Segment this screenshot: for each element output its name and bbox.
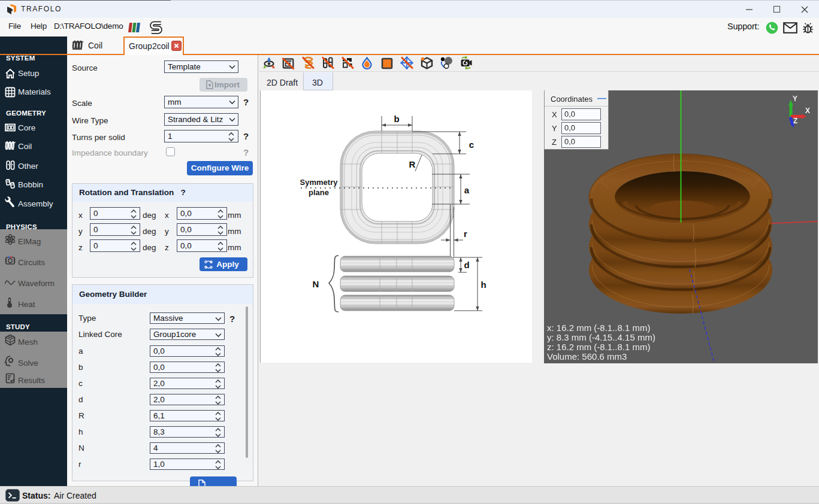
svg-text:plane: plane — [309, 188, 329, 197]
svg-text:Symmetry: Symmetry — [300, 178, 339, 187]
svg-text:a: a — [464, 185, 470, 195]
svg-text:x: 16.2 mm (-8.1..8.1 mm): x: 16.2 mm (-8.1..8.1 mm) — [547, 323, 651, 333]
svg-text:N: N — [313, 279, 319, 289]
svg-text:y: 8.3 mm (-4.15..4.15 mm): y: 8.3 mm (-4.15..4.15 mm) — [547, 332, 655, 342]
svg-text:Volume: 560.6 mm3: Volume: 560.6 mm3 — [547, 351, 627, 362]
svg-text:X: X — [805, 107, 810, 115]
svg-text:Z: Z — [793, 117, 797, 125]
svg-text:r: r — [464, 229, 467, 239]
svg-text:c: c — [469, 139, 474, 150]
svg-text:b: b — [394, 114, 399, 124]
svg-text:z: 16.2 mm (-8.1..8.1 mm): z: 16.2 mm (-8.1..8.1 mm) — [547, 342, 651, 352]
svg-text:Y: Y — [793, 95, 797, 103]
svg-text:h: h — [480, 280, 486, 290]
svg-text:R: R — [409, 159, 416, 169]
svg-text:d: d — [464, 260, 469, 270]
